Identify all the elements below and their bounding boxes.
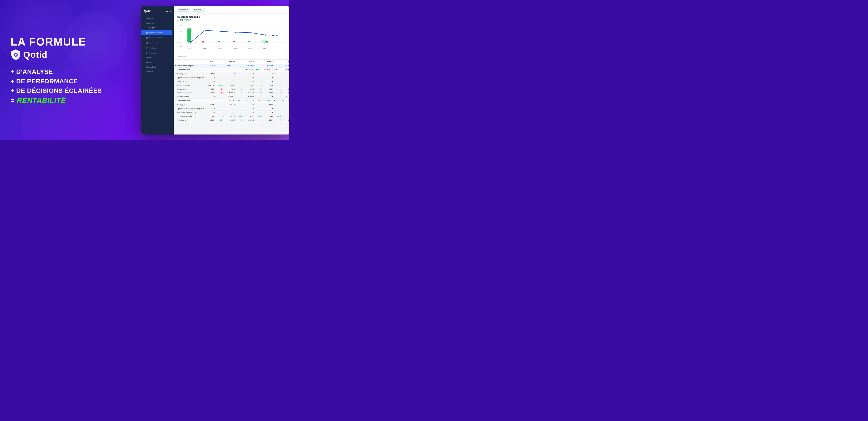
badge: 204% [257, 115, 262, 117]
left-panel: LA FORMULE Qotid + D'ANALYSE + DE PERFOR… [0, 0, 139, 140]
sidebar-item-reel[interactable]: ▦ Réel vs. prévisionnel [141, 35, 174, 40]
cell: 159 € [264, 103, 275, 107]
encaissements-juill: -6 466 € [273, 69, 279, 71]
cell: 180 € [245, 87, 256, 91]
badge-dec-juin: 7% [251, 100, 255, 102]
cell: — € [206, 111, 217, 115]
right-panel: Qotid 🔔 ⚙ › Contacts › Reporting [139, 0, 289, 140]
features-list: + D'ANALYSE + DE PERFORMANCE + DE DÉCISI… [10, 67, 128, 95]
chart-back-arrow[interactable]: ← [178, 32, 180, 34]
chevron-icon: › [144, 23, 145, 24]
cell: — € [245, 107, 256, 111]
encaissements-aout: -11 868 € [282, 69, 289, 71]
cell [236, 107, 245, 111]
table-row: À catégoriser 532 € — € — € — € — € [174, 72, 289, 76]
cell: 319 € [283, 118, 289, 122]
cell-solde-aout: 108 782 € [264, 64, 275, 68]
svg-point-26 [190, 42, 191, 43]
table-row: Ventes de services 150 531 € 200% -166 €… [174, 84, 289, 87]
sidebar-item-plan[interactable]: ▦ Plan de trésorerie [141, 30, 172, 35]
collapse-icon[interactable]: — [176, 69, 177, 70]
settings-icon[interactable]: ⚙ [169, 10, 171, 12]
table-row: + Ventes de produits 1 209 € -2% 1 053 €… [174, 91, 289, 95]
sidebar-item-ventes[interactable]: › Ventes [141, 60, 174, 65]
badge: -8% [220, 88, 224, 90]
col-header-mai-pct [217, 60, 225, 64]
badge: 172% [277, 115, 282, 117]
sidebar-label-reporting: Reporting [146, 22, 154, 24]
feature-decisions: + DE DÉCISIONS ÉCLAIRÉES [10, 86, 128, 95]
more-button[interactable]: ··· [207, 8, 209, 11]
search-input[interactable] [176, 54, 287, 58]
sidebar-item-banques[interactable]: ⊟ Banques [141, 51, 174, 56]
cell [217, 107, 225, 111]
cell: 361 € [225, 115, 236, 118]
cell: — € [225, 111, 236, 115]
svg-text:Oct 24: Oct 24 [263, 47, 268, 49]
badge: -2% [220, 92, 224, 94]
cell: 1% [275, 91, 283, 95]
cell: 204% [255, 115, 264, 118]
chevron-icon: ∨ [144, 27, 145, 29]
cell [217, 76, 225, 80]
cell [217, 103, 225, 107]
cell-pct: 0% [280, 85, 282, 86]
encaissements-juin: -8 635 € [264, 69, 270, 71]
cell: 1 161 € [245, 118, 256, 122]
budget-button[interactable]: BUDGET ∨ [177, 8, 190, 11]
svg-point-27 [205, 30, 206, 31]
cell [275, 76, 283, 80]
encaissements-mai: 152 842 € [245, 69, 253, 71]
sidebar-item-tresorerie[interactable]: ∨ Trésorerie [141, 26, 174, 30]
sidebar-item-categories[interactable]: ⊞ Catégories [141, 45, 174, 51]
row-label: + Marketing [174, 118, 206, 122]
mensuel-button[interactable]: Mensuel ∨ [192, 8, 205, 11]
table-row: + Financements — € -10 000 € -10 000 € -… [174, 95, 289, 99]
cell-pct: 0% [241, 92, 243, 94]
table-section[interactable]: Mai 24 Juin 24 Juill 24 Août 24 Sep 24 [174, 60, 289, 134]
reel-icon: ▦ [146, 36, 148, 39]
cell: 1 899 € [264, 91, 275, 95]
sidebar-header: Qotid 🔔 ⚙ [141, 8, 174, 15]
col-header-juin-pct [236, 60, 245, 64]
cell: — € [206, 80, 217, 84]
cell-solde-mai-pct [217, 64, 225, 68]
cell: — € [245, 80, 256, 84]
sidebar-item-comptabilite[interactable]: › Comptabilité [141, 65, 174, 69]
sidebar-item-achats[interactable]: › Achats [141, 56, 174, 60]
cell: — € [283, 72, 289, 76]
cell: 4% [275, 87, 283, 91]
table-row: Crédit de TVA — € — € — € — € — € [174, 80, 289, 84]
bell-icon[interactable]: 🔔 [166, 10, 168, 12]
badge-encaissements-mai: 122% [255, 69, 260, 71]
cell: 44% [255, 118, 264, 122]
table-row: TVA payée sur la période — € — € — € — €… [174, 111, 289, 115]
table-row: — Décaissements 17 775 € 9% 7 042 € 7% 1… [174, 99, 289, 103]
cell [236, 111, 245, 115]
row-label: À catégoriser [174, 103, 206, 107]
sidebar-item-reporting[interactable]: › Reporting [141, 21, 174, 26]
table-row: Opérations engagées (à catégoriser) — € … [174, 107, 289, 111]
chevron-icon: › [144, 62, 145, 63]
svg-point-30 [250, 32, 251, 33]
search-bar [174, 53, 289, 60]
dec-aout: 5 344 € [274, 100, 280, 102]
cell: 0% [217, 115, 225, 118]
sidebar-item-donnees[interactable]: › Données [141, 69, 174, 74]
cell: 1 209 € [206, 91, 217, 95]
section-decaissements: — Décaissements 17 775 € 9% 7 042 € 7% 1… [174, 99, 289, 103]
sidebar-item-transactions[interactable]: ▤ Transactions [141, 40, 174, 45]
row-label: À catégoriser [174, 72, 206, 76]
main-content: BUDGET ∨ Mensuel ∨ ··· Trésorerie dispon… [174, 6, 289, 134]
badge: 200% [219, 84, 224, 86]
cell [217, 95, 225, 99]
chart-value: + 49 853 € [177, 19, 286, 22]
cell-solde-mai: 6 210 € [206, 64, 217, 68]
cell: 0% [275, 84, 283, 87]
cell-solde-juin: 141 277 € [225, 64, 236, 68]
collapse-icon[interactable]: — [176, 100, 177, 101]
col-header-juin: Juin 24 [225, 60, 236, 64]
cell: — € [283, 103, 289, 107]
sidebar-item-contacts[interactable]: › Contacts [141, 16, 174, 21]
cell: — € [283, 115, 289, 118]
